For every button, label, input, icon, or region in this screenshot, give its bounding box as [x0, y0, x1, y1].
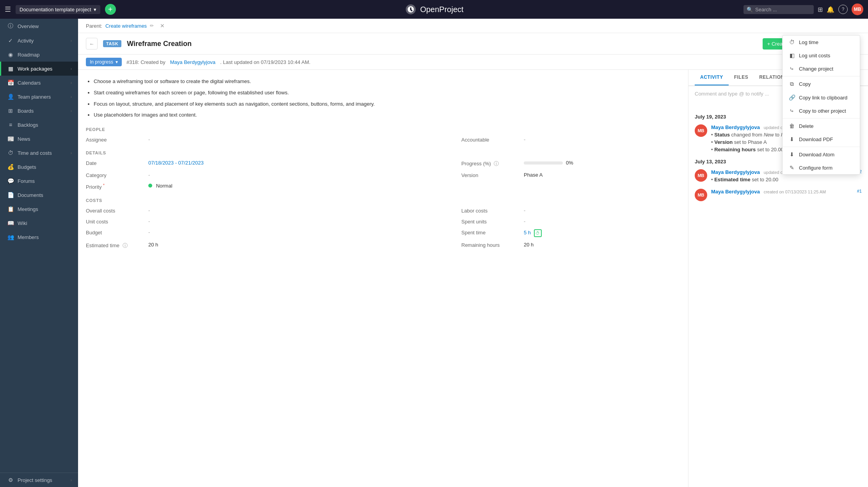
back-arrow-icon: ← — [89, 41, 94, 47]
spent-units-label: Spent units — [461, 218, 524, 225]
help-icon[interactable]: ? — [838, 5, 848, 14]
task-author-link[interactable]: Maya Berdygylyjova — [170, 59, 215, 65]
date-row: Date 07/18/2023 - 07/21/2023 Progress (%… — [86, 160, 680, 167]
version-value[interactable]: Phase A — [524, 172, 680, 178]
assignee-label: Assignee — [86, 136, 148, 143]
spent-time-value: 5 h ⏱ — [524, 229, 680, 237]
sidebar-item-boards[interactable]: ⊞ Boards › — [0, 104, 78, 118]
dropdown-item-delete[interactable]: 🗑 Delete — [783, 119, 860, 133]
sidebar-item-roadmap[interactable]: ◉ Roadmap — [0, 48, 78, 62]
notification-icon[interactable]: 🔔 — [827, 6, 834, 13]
status-badge[interactable]: In progress ▾ — [86, 58, 122, 66]
dropdown-item-download-pdf[interactable]: ⬇ Download PDF — [783, 133, 860, 146]
priority-value[interactable]: Normal — [148, 183, 680, 189]
back-button[interactable]: ← — [86, 38, 98, 50]
add-button[interactable]: + — [105, 4, 116, 15]
sidebar-item-budgets[interactable]: 💰 Budgets — [0, 160, 78, 174]
accountable-label: Accountable — [461, 136, 524, 143]
sidebar-item-members[interactable]: 👥 Members — [0, 230, 78, 244]
sidebar-arrow-team-planners: › — [71, 95, 72, 99]
tab-files[interactable]: FILES — [729, 70, 754, 85]
dropdown-label-copy-link: Copy link to clipboard — [799, 95, 847, 101]
sidebar-item-wiki[interactable]: 📖 Wiki — [0, 216, 78, 230]
sidebar-item-meetings[interactable]: 📋 Meetings — [0, 202, 78, 216]
dropdown-item-log-time[interactable]: ⏱ Log time — [783, 35, 860, 49]
sidebar-arrow-calendars: › — [71, 81, 72, 85]
dropdown-item-change-project[interactable]: ⤷ Change project — [783, 62, 860, 75]
dropdown-label-change-project: Change project — [799, 66, 833, 72]
activity-author[interactable]: Maya Berdygylyjova — [711, 189, 760, 195]
breadcrumb-parent-label: Parent: — [86, 23, 102, 29]
assignee-value[interactable]: - — [148, 136, 305, 142]
accountable-value[interactable]: - — [524, 136, 680, 142]
dropdown-label-log-time: Log time — [799, 39, 818, 45]
breadcrumb-edit-icon[interactable]: ✏ — [150, 23, 154, 28]
dropdown-item-copy[interactable]: ⧉ Copy — [783, 77, 860, 91]
hamburger-icon[interactable]: ☰ — [5, 5, 11, 14]
activity-item: MB Maya Berdygylyjova created on 07/13/2… — [695, 189, 862, 201]
task-header: ← TASK Wireframe Creation + Create ▾ 🔍 👁… — [78, 33, 868, 55]
search-box[interactable]: 🔍 — [743, 5, 814, 14]
breadcrumb-close-icon[interactable]: ✕ — [160, 23, 165, 29]
sidebar-item-work-packages[interactable]: ▦ Work packages › — [0, 62, 78, 76]
activity-author[interactable]: Maya Berdygylyjova — [711, 124, 760, 130]
grid-icon[interactable]: ⊞ — [818, 6, 823, 13]
sidebar-item-documents[interactable]: 📄 Documents — [0, 188, 78, 202]
dropdown-item-configure-form[interactable]: ✎ Configure form — [783, 161, 860, 174]
status-chevron-icon: ▾ — [116, 59, 118, 65]
sidebar-item-overview[interactable]: ⓘ Overview — [0, 19, 78, 34]
task-title: Wireframe Creation — [127, 40, 757, 48]
sidebar-label-members: Members — [18, 234, 39, 240]
time-costs-icon: ⏱ — [7, 150, 14, 156]
remaining-hours-label: Remaining hours — [461, 242, 524, 248]
sidebar-item-team-planners[interactable]: 👤 Team planners › — [0, 90, 78, 104]
priority-dot-icon — [148, 184, 152, 188]
category-value[interactable]: - — [148, 172, 305, 178]
dropdown-item-copy-other-project[interactable]: ⤷ Copy to other project — [783, 104, 860, 117]
unit-costs-row: Unit costs - Spent units - — [86, 218, 680, 225]
breadcrumb-parent-link[interactable]: Create wireframes — [105, 23, 147, 29]
dropdown-item-download-atom[interactable]: ⬇ Download Atom — [783, 148, 860, 161]
project-selector[interactable]: Documentation template project ▾ — [16, 5, 100, 14]
sidebar: ⓘ Overview ✓ Activity › ◉ Roadmap ▦ Work… — [0, 19, 78, 487]
activity-author[interactable]: Maya Berdygylyjova — [711, 169, 760, 175]
activity-num[interactable]: #1 — [857, 189, 862, 201]
description-item: Choose a wireframing tool or software to… — [94, 78, 680, 86]
sidebar-label-overview: Overview — [18, 23, 39, 29]
roadmap-icon: ◉ — [7, 51, 14, 58]
tab-activity[interactable]: ACTIVITY — [695, 70, 729, 85]
spent-time-link[interactable]: 5 h — [524, 230, 531, 236]
team-planners-icon: 👤 — [7, 94, 14, 100]
sidebar-item-activity[interactable]: ✓ Activity › — [0, 34, 78, 48]
sidebar-item-time-costs[interactable]: ⏱ Time and costs › — [0, 146, 78, 160]
unit-costs-label: Unit costs — [86, 218, 148, 225]
user-avatar[interactable]: MB — [852, 4, 863, 15]
backlogs-icon: ≡ — [7, 122, 14, 128]
sidebar-item-project-settings[interactable]: ⚙ Project settings › — [0, 473, 78, 487]
sidebar-arrow-activity: › — [71, 39, 72, 43]
log-time-icon[interactable]: ⏱ — [534, 229, 542, 237]
task-updated-text: . Last updated on 07/19/2023 10:44 AM. — [220, 59, 310, 65]
activity-avatar: MB — [695, 189, 707, 201]
dropdown-label-download-atom: Download Atom — [799, 152, 834, 158]
sidebar-label-roadmap: Roadmap — [18, 52, 39, 58]
activity-body: Maya Berdygylyjova created on 07/13/2023… — [711, 189, 853, 201]
download-pdf-icon: ⬇ — [789, 136, 795, 142]
sidebar-item-calendars[interactable]: 📅 Calendars › — [0, 76, 78, 90]
search-input[interactable] — [755, 7, 811, 12]
dropdown-item-log-unit-costs[interactable]: ◧ Log unit costs — [783, 49, 860, 62]
sidebar-label-forums: Forums — [18, 178, 35, 184]
estimated-time-row: Estimated time ⓘ 20 h Remaining hours 20… — [86, 242, 680, 249]
priority-row: Priority * Normal — [86, 183, 680, 190]
sidebar-item-news[interactable]: 📰 News — [0, 132, 78, 146]
sidebar-item-backlogs[interactable]: ≡ Backlogs — [0, 118, 78, 132]
progress-pct: 0% — [566, 160, 573, 166]
date-value[interactable]: 07/18/2023 - 07/21/2023 — [148, 160, 305, 166]
dropdown-label-download-pdf: Download PDF — [799, 136, 833, 142]
sidebar-item-forums[interactable]: 💬 Forums — [0, 174, 78, 188]
dropdown-item-copy-link[interactable]: 🔗 Copy link to clipboard — [783, 91, 860, 104]
sidebar-label-project-settings: Project settings — [18, 477, 52, 483]
sidebar-arrow-boards: › — [71, 109, 72, 113]
task-type-badge: TASK — [103, 40, 121, 47]
documents-icon: 📄 — [7, 192, 14, 198]
